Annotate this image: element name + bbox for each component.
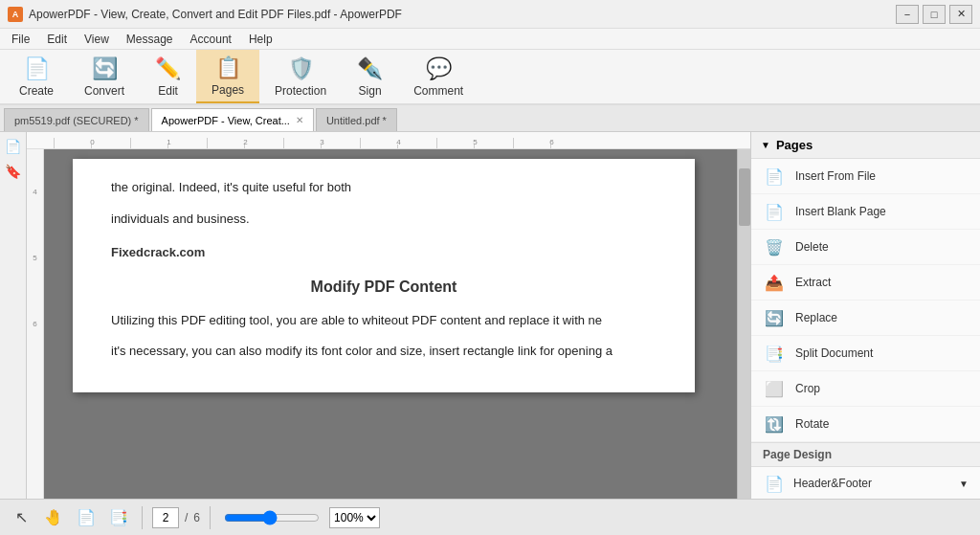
edit-icon: ✏️ bbox=[155, 56, 181, 81]
panel-item-insert-from-file[interactable]: 📄 Insert From File bbox=[751, 159, 980, 194]
toolbar: 📄 Create 🔄 Convert ✏️ Edit 📋 Pages 🛡️ Pr… bbox=[0, 50, 980, 105]
page-number-input[interactable] bbox=[152, 507, 179, 528]
menu-account[interactable]: Account bbox=[183, 31, 239, 48]
toolbar-protection[interactable]: 🛡️ Protection bbox=[259, 50, 342, 103]
separator-1 bbox=[142, 506, 143, 529]
protection-label: Protection bbox=[275, 84, 326, 98]
menu-help[interactable]: Help bbox=[241, 31, 280, 48]
panel-item-extract[interactable]: 📤 Extract bbox=[751, 265, 980, 301]
menu-edit[interactable]: Edit bbox=[39, 31, 75, 48]
toolbar-pages[interactable]: 📋 Pages bbox=[196, 50, 259, 103]
header-footer-icon: 📄 bbox=[763, 472, 786, 495]
page-view-button[interactable]: 📄 bbox=[73, 504, 100, 531]
doc-text-3: Utilizing this PDF editing tool, you are… bbox=[111, 311, 657, 331]
create-label: Create bbox=[19, 84, 54, 98]
convert-label: Convert bbox=[84, 84, 124, 98]
title-bar-controls[interactable]: − □ ✕ bbox=[896, 5, 972, 24]
right-panel-toggle-icon[interactable]: ▼ bbox=[761, 140, 770, 150]
select-tool-button[interactable]: ↖ bbox=[8, 504, 34, 531]
right-panel-header: ▼ Pages bbox=[751, 132, 980, 159]
tab-secured-label: pm5519.pdf (SECURED) * bbox=[14, 115, 139, 126]
close-button[interactable]: ✕ bbox=[949, 5, 972, 24]
panel-item-split[interactable]: 📑 Split Document bbox=[751, 336, 980, 371]
maximize-button[interactable]: □ bbox=[923, 5, 946, 24]
right-panel-title: Pages bbox=[776, 138, 813, 152]
replace-icon: 🔄 bbox=[763, 306, 786, 329]
ruler-mark-2: 2 bbox=[207, 138, 283, 148]
left-panel-btn-1[interactable]: 📄 bbox=[3, 136, 24, 157]
ruler-mark-4: 4 bbox=[360, 138, 436, 148]
page-design-title: Page Design bbox=[763, 448, 832, 461]
doc-text-2: individuals and business. bbox=[111, 210, 657, 230]
app-icon: A bbox=[8, 7, 23, 22]
header-footer-dropdown-icon[interactable]: ▼ bbox=[959, 479, 969, 489]
tab-untitled[interactable]: Untitled.pdf * bbox=[316, 108, 397, 131]
title-bar: A ApowerPDF - View, Create, Convert and … bbox=[0, 0, 980, 29]
pages-icon: 📋 bbox=[215, 56, 241, 80]
ruler-mark-5: 5 bbox=[436, 138, 513, 148]
tab-apowerpdf[interactable]: ApowerPDF - View, Creat... ✕ bbox=[151, 108, 314, 131]
toolbar-edit[interactable]: ✏️ Edit bbox=[140, 50, 196, 103]
ruler-mark-6: 6 bbox=[513, 138, 590, 148]
panel-item-insert-blank[interactable]: 📄 Insert Blank Page bbox=[751, 194, 980, 230]
separator-2 bbox=[210, 506, 211, 529]
toolbar-convert[interactable]: 🔄 Convert bbox=[69, 50, 140, 103]
ruler-mark-1: 1 bbox=[130, 138, 207, 148]
two-page-button[interactable]: 📑 bbox=[105, 504, 132, 531]
insert-blank-label: Insert Blank Page bbox=[795, 205, 886, 218]
panel-item-replace[interactable]: 🔄 Replace bbox=[751, 301, 980, 336]
right-panel: ▼ Pages 📄 Insert From File 📄 Insert Blan… bbox=[750, 132, 980, 499]
page-total: 6 bbox=[193, 511, 200, 524]
minimize-button[interactable]: − bbox=[896, 5, 919, 24]
split-icon: 📑 bbox=[763, 342, 786, 365]
toolbar-sign[interactable]: ✒️ Sign bbox=[342, 50, 398, 103]
document-area: 0 1 2 3 4 5 6 4 5 6 the original. bbox=[27, 132, 750, 499]
document-scroll[interactable]: 4 5 6 the original. Indeed, it's quite u… bbox=[27, 149, 750, 499]
menu-file[interactable]: File bbox=[4, 31, 37, 48]
doc-text-1: the original. Indeed, it's quite useful … bbox=[111, 178, 657, 198]
crop-label: Crop bbox=[795, 382, 820, 395]
extract-label: Extract bbox=[795, 276, 831, 289]
comment-label: Comment bbox=[413, 84, 463, 98]
panel-item-delete[interactable]: 🗑️ Delete bbox=[751, 230, 980, 265]
doc-heading: Modify PDF Content bbox=[111, 279, 657, 296]
tab-secured[interactable]: pm5519.pdf (SECURED) * bbox=[4, 108, 149, 131]
rotate-label: Rotate bbox=[795, 417, 829, 431]
doc-text-4: it's necessary, you can also modify its … bbox=[111, 342, 657, 362]
page-design-header: Page Design bbox=[751, 442, 980, 467]
zoom-slider[interactable] bbox=[224, 510, 320, 525]
title-bar-left: A ApowerPDF - View, Create, Convert and … bbox=[8, 7, 402, 22]
rotate-icon: 🔃 bbox=[763, 412, 786, 435]
tab-apowerpdf-label: ApowerPDF - View, Creat... bbox=[162, 115, 290, 126]
tab-close-icon[interactable]: ✕ bbox=[296, 115, 303, 125]
toolbar-comment[interactable]: 💬 Comment bbox=[398, 50, 479, 103]
main-area: 📄 🔖 0 1 2 3 4 5 6 4 5 6 bbox=[0, 132, 980, 499]
menu-message[interactable]: Message bbox=[119, 31, 181, 48]
page-separator: / bbox=[185, 511, 188, 524]
extract-icon: 📤 bbox=[763, 271, 786, 294]
insert-from-file-icon: 📄 bbox=[763, 165, 786, 188]
header-footer-label: Header&Footer bbox=[793, 477, 872, 490]
toolbar-create[interactable]: 📄 Create bbox=[4, 50, 69, 103]
menu-view[interactable]: View bbox=[77, 31, 117, 48]
split-label: Split Document bbox=[795, 346, 873, 360]
panel-item-crop[interactable]: ⬜ Crop bbox=[751, 371, 980, 407]
insert-from-file-label: Insert From File bbox=[795, 169, 876, 183]
scroll-thumb[interactable] bbox=[739, 168, 750, 226]
zoom-select[interactable]: 50% 75% 100% 125% 150% 200% bbox=[329, 507, 380, 528]
panel-item-header-footer[interactable]: 📄 Header&Footer ▼ bbox=[751, 467, 980, 499]
create-icon: 📄 bbox=[24, 56, 50, 81]
left-panel-btn-2[interactable]: 🔖 bbox=[3, 161, 24, 182]
panel-item-rotate[interactable]: 🔃 Rotate bbox=[751, 407, 980, 442]
hand-tool-button[interactable]: 🤚 bbox=[40, 504, 67, 531]
ruler-mark-0: 0 bbox=[54, 138, 130, 148]
edit-label: Edit bbox=[158, 84, 178, 98]
ruler-top: 0 1 2 3 4 5 6 bbox=[27, 132, 750, 149]
scrollbar[interactable] bbox=[737, 149, 750, 499]
ruler-mark-3: 3 bbox=[283, 138, 360, 148]
pages-label: Pages bbox=[212, 83, 244, 97]
menu-bar: File Edit View Message Account Help bbox=[0, 29, 980, 50]
doc-watermark: Fixedcrack.com bbox=[111, 245, 657, 259]
tab-bar: pm5519.pdf (SECURED) * ApowerPDF - View,… bbox=[0, 105, 980, 132]
tab-untitled-label: Untitled.pdf * bbox=[326, 115, 387, 126]
